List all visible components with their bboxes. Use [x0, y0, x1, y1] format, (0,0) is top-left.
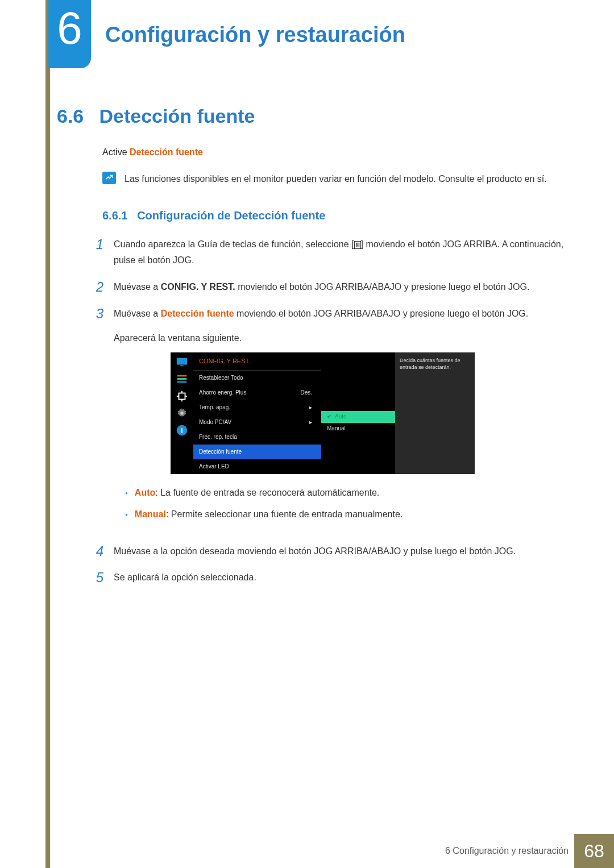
osd-row-val: ▸: [309, 402, 316, 413]
resize-icon: [176, 391, 188, 401]
step1-part-a: Cuando aparezca la Guía de teclas de fun…: [114, 239, 354, 249]
step-number: 1: [91, 236, 103, 269]
note-icon: [102, 172, 116, 184]
subsection-heading: 6.6.1 Configuración de Detección fuente: [102, 209, 569, 222]
osd-row-val: [312, 462, 316, 472]
bullet-auto: ● Auto: La fuente de entrada se reconoce…: [125, 485, 528, 500]
osd-row-val: [312, 432, 316, 442]
svg-rect-5: [179, 393, 185, 399]
osd-row-selected: Detección fuente: [193, 445, 321, 459]
osd-row: Ahorro energ. PlusDes.: [193, 385, 321, 400]
osd-row: Modo PC/AV▸: [193, 415, 321, 430]
step-text: Se aplicará la opción seleccionada.: [114, 570, 256, 586]
chapter-number-tab: 6: [48, 0, 91, 68]
osd-submenu: ✔Auto Manual: [321, 352, 395, 475]
step-text: Muévase a la opción deseada moviendo el …: [114, 543, 516, 560]
svg-rect-0: [177, 358, 187, 364]
step-5: 5 Se aplicará la opción seleccionada.: [91, 570, 569, 586]
osd-sidebar-icons: i: [171, 352, 193, 475]
intro-highlight: Detección fuente: [130, 147, 203, 157]
osd-row-label: Restablecer Todo: [199, 373, 312, 383]
info-icon: i: [176, 425, 188, 435]
monitor-icon: [176, 357, 188, 367]
bullet-dot-icon: ●: [125, 490, 128, 500]
step2-part-b: moviendo el botón JOG ARRIBA/ABAJO y pre…: [235, 282, 530, 292]
step-4: 4 Muévase a la opción deseada moviendo e…: [91, 543, 569, 560]
note-row: Las funciones disponibles en el monitor …: [102, 172, 569, 186]
step-3: 3 Muévase a Detección fuente moviendo el…: [91, 306, 569, 533]
step-text: Muévase a Detección fuente moviendo el b…: [114, 306, 528, 533]
option-bullets: ● Auto: La fuente de entrada se reconoce…: [125, 485, 528, 521]
svg-rect-4: [177, 381, 187, 383]
side-accent-bar: [45, 0, 50, 868]
svg-text:i: i: [181, 426, 183, 434]
step-text: Muévase a CONFIG. Y REST. moviendo el bo…: [114, 279, 529, 296]
page-footer: 6 Configuración y restauración 68: [45, 834, 614, 868]
step-text: Cuando aparezca la Guía de teclas de fun…: [114, 236, 569, 269]
section-number: 6.6: [57, 105, 97, 127]
footer-chapter-text: 6 Configuración y restauración: [445, 846, 569, 856]
chapter-title: Configuración y restauración: [105, 23, 405, 47]
check-icon: ✔: [327, 412, 331, 422]
menu-icon: ⅠⅠⅠ: [354, 241, 361, 249]
osd-option-auto: ✔Auto: [321, 411, 395, 423]
osd-row-label: Detección fuente: [199, 447, 312, 457]
section-title: Detección fuente: [99, 105, 255, 127]
step-number: 4: [91, 543, 103, 560]
intro-line: Active Detección fuente: [102, 147, 569, 157]
step-number: 5: [91, 570, 103, 586]
osd-row-label: Frec. rep. tecla: [199, 432, 312, 442]
osd-help-panel: Decida cuántas fuentes de entrada se det…: [395, 352, 475, 475]
steps-list: 1 Cuando aparezca la Guía de teclas de f…: [91, 236, 569, 587]
bullet-label: Manual: [135, 509, 166, 519]
step-number: 3: [91, 306, 103, 533]
bullet-manual: ● Manual: Permite seleccionar una fuente…: [125, 507, 528, 522]
osd-row: Activar LED: [193, 459, 321, 474]
step2-bold: CONFIG. Y REST.: [161, 282, 235, 292]
page-number: 68: [574, 834, 614, 868]
osd-option-label: Auto: [335, 412, 347, 422]
osd-row-val: [312, 447, 316, 457]
step3-part-a: Muévase a: [114, 309, 161, 318]
osd-row-label: Ahorro energ. Plus: [199, 388, 300, 398]
osd-row-val: [312, 373, 316, 383]
osd-row-val: Des.: [300, 388, 316, 398]
section-body: 6.6 Detección fuente Active Detección fu…: [57, 105, 569, 596]
step2-part-a: Muévase a: [114, 282, 161, 292]
svg-rect-2: [177, 375, 187, 376]
step3-followup: Aparecerá la ventana siguiente.: [114, 333, 242, 343]
osd-option-label: Manual: [327, 423, 346, 434]
intro-prefix: Active: [102, 147, 130, 157]
osd-screenshot: i CONFIG. Y REST. Restablecer Todo Ahorr…: [171, 352, 528, 475]
svg-rect-3: [177, 378, 187, 380]
osd-row: Frec. rep. tecla: [193, 430, 321, 445]
note-text: Las funciones disponibles en el monitor …: [125, 172, 547, 186]
step-1: 1 Cuando aparezca la Guía de teclas de f…: [91, 236, 569, 269]
osd-row: Restablecer Todo: [193, 371, 321, 385]
section-heading: 6.6 Detección fuente: [57, 105, 569, 127]
step3-part-b: moviendo el botón JOG ARRIBA/ABAJO y pre…: [234, 309, 529, 318]
step3-highlight: Detección fuente: [161, 309, 234, 318]
bullet-text: : La fuente de entrada se reconocerá aut…: [155, 488, 379, 497]
bullet-label: Auto: [135, 488, 155, 497]
osd-row-label: Temp. apag.: [199, 402, 309, 413]
bullet-dot-icon: ●: [125, 512, 128, 522]
step-number: 2: [91, 279, 103, 296]
svg-rect-1: [180, 365, 184, 366]
osd-main-panel: CONFIG. Y REST. Restablecer Todo Ahorro …: [193, 352, 321, 475]
osd-row-label: Modo PC/AV: [199, 417, 309, 427]
step-2: 2 Muévase a CONFIG. Y REST. moviendo el …: [91, 279, 569, 296]
subsection-title: Configuración de Detección fuente: [137, 209, 325, 222]
list-icon: [176, 374, 188, 384]
osd-row-label: Activar LED: [199, 462, 312, 472]
osd-option-manual: Manual: [321, 423, 395, 435]
gear-icon: [176, 408, 188, 418]
subsection-number: 6.6.1: [102, 209, 127, 222]
osd-row-val: ▸: [309, 417, 316, 427]
osd-header: CONFIG. Y REST.: [193, 352, 321, 371]
bullet-text: : Permite seleccionar una fuente de entr…: [166, 509, 403, 519]
osd-row: Temp. apag.▸: [193, 400, 321, 415]
